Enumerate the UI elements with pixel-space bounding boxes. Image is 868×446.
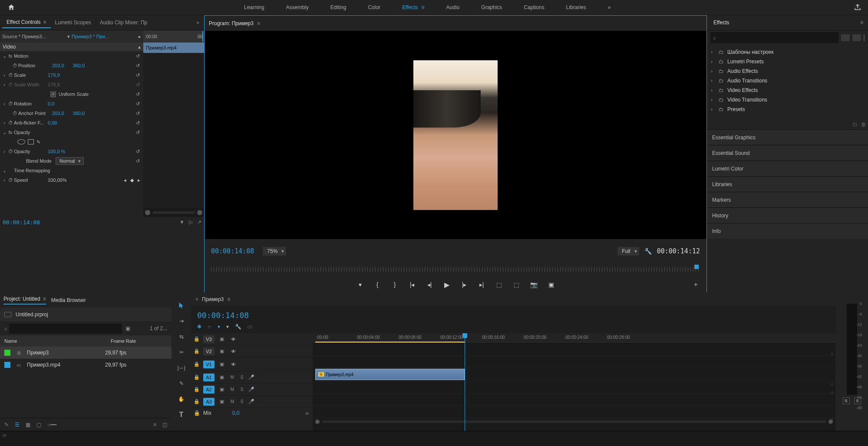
reset-icon[interactable]: ↺ [134,72,142,78]
reset-icon[interactable]: ↺ [134,63,142,69]
play-button[interactable]: ▶ [443,281,451,289]
lock-icon[interactable]: 🔒 [194,361,200,367]
stopwatch-icon[interactable]: ⏱ [11,63,18,68]
track-v3-content[interactable] [313,344,835,356]
overflow-icon[interactable]: » [194,20,202,26]
stopwatch-icon[interactable]: ⏱ [7,149,14,154]
lift-button[interactable]: ⬚ [495,281,503,288]
reset-icon[interactable]: ↺ [134,111,142,116]
keyframe-nav[interactable]: ◂◆▸ [122,177,142,183]
filter-icon[interactable]: ▼ [179,219,185,225]
effects-folder[interactable]: ›🗀Audio Transitions [709,76,866,85]
caption-track-icon[interactable]: cc [248,324,253,330]
source-sequence[interactable]: Пример3 * При... [67,34,109,39]
program-timecode[interactable]: 00:00:14:08 [211,247,254,255]
extract-button[interactable]: ⬚ [512,281,520,288]
track-v3[interactable]: 🔒V3▣👁 [191,333,313,345]
v-knob[interactable]: ○ [831,381,834,387]
track-a3-content[interactable] [313,406,835,418]
lock-icon[interactable]: 🔒 [194,410,200,416]
step-back-button[interactable]: ◂| [426,281,433,288]
solo-button[interactable]: S [239,399,245,404]
ripple-edit-tool[interactable]: ⇆ [177,332,186,341]
tab-project[interactable]: Project: Untitled≡ [3,296,46,305]
effcon-scrollbar[interactable] [143,208,204,217]
settings-icon[interactable]: 🔧 [235,324,241,330]
mix-track[interactable]: 🔒Mix0,0⪧ [191,408,313,418]
marker-icon[interactable]: ▾ [226,324,229,330]
hand-tool[interactable]: ✋ [177,395,186,403]
freeform-view-icon[interactable]: ▢ [36,422,41,428]
comparison-button[interactable]: ▣ [547,281,555,288]
effects-folder[interactable]: ›🗀Lumetri Presets [709,57,866,66]
ws-graphics[interactable]: Graphics [470,1,513,14]
motion-effect[interactable]: ⌄fx Motion ↺ [0,51,143,61]
slip-tool[interactable]: |↔| [177,364,186,372]
panel-history[interactable]: History [707,207,868,223]
selection-tool[interactable] [177,301,186,310]
effcon-mini-ruler[interactable]: :00:00 00 [143,30,204,43]
pen-tool[interactable]: ✎ [177,379,186,388]
sort-icon[interactable]: ≡ [153,422,156,428]
step-forward-button[interactable]: |▸ [460,281,468,288]
add-marker-button[interactable]: ▾ [356,281,364,288]
expand-icon[interactable]: ⪧ [305,410,310,416]
project-search-input[interactable] [9,324,122,334]
panel-essential-sound[interactable]: Essential Sound [707,145,868,161]
effects-folder[interactable]: ›🗀Presets [709,105,866,114]
panel-markers[interactable]: Markers [707,192,868,207]
effects-folder[interactable]: ›🗀Video Transitions [709,95,866,105]
reset-icon[interactable]: ↺ [134,92,142,97]
reset-icon[interactable]: ↺ [134,149,142,154]
sync-icon[interactable]: ⟳ [3,433,7,439]
sync-lock-icon[interactable]: ▣ [218,336,226,342]
ws-learning[interactable]: Learning [233,1,275,14]
panel-lumetri-color[interactable]: Lumetri Color [707,161,868,176]
opacity-effect[interactable]: ⌄fx Opacity ↺ [0,128,143,137]
ws-audio[interactable]: Audio [436,1,471,14]
uniform-scale-checkbox[interactable]: ✓ [50,92,56,97]
eye-icon[interactable]: 👁 [229,362,237,367]
play-only-icon[interactable]: ▸ [139,34,141,39]
stopwatch-icon[interactable]: ⏱ [11,111,18,116]
timeline-ruler[interactable]: :00:00 00:00:04:00 00:00:08:00 00:00:12:… [313,333,835,344]
track-v1[interactable]: 🔒V1▣👁 [191,357,313,371]
lock-icon[interactable]: 🔒 [194,387,200,392]
panel-menu-icon[interactable]: ≡ [858,20,866,26]
project-item-clip[interactable]: ▭ Пример3.mp4 29,97 fps [0,359,172,371]
blend-mode-select[interactable]: Normal [56,157,84,165]
time-remapping-effect[interactable]: ⌄ Time Remapping [0,166,143,175]
ellipse-mask-icon[interactable] [17,139,25,144]
tab-lumetri-scopes[interactable]: Lumetri Scopes [51,17,96,28]
track-a3[interactable]: 🔒A3▣MS🎤 [191,396,313,408]
home-icon[interactable] [7,3,16,12]
voice-over-icon[interactable]: 🎤 [248,399,254,404]
zoom-select[interactable]: 75% [263,247,286,256]
track-v2[interactable]: 🔒V2▣👁 [191,345,313,357]
voice-over-icon[interactable]: 🎤 [248,387,254,392]
track-select-tool[interactable]: ⇥ [177,317,186,325]
rect-mask-icon[interactable] [28,139,34,144]
mute-button[interactable]: M [229,399,235,404]
mute-button[interactable]: M [229,375,235,380]
effects-folder[interactable]: ›🗀Шаблоны настроек [709,47,866,57]
track-a2[interactable]: 🔒A2▣MS🎤 [191,384,313,396]
pencil-icon[interactable]: ✎ [4,422,9,428]
lock-icon[interactable]: 🔒 [194,348,200,354]
linked-selection-icon[interactable]: ∩ [208,324,211,330]
sync-lock-icon[interactable]: ▣ [218,399,226,404]
mark-in-button[interactable]: { [373,281,381,288]
ws-captions[interactable]: Captions [513,1,555,14]
effects-folder[interactable]: ›🗀Video Effects [709,85,866,95]
export-frame-button[interactable]: 📷 [530,281,538,288]
reset-icon[interactable]: ↺ [134,53,142,59]
effects-folder[interactable]: ›🗀Audio Effects [709,66,866,76]
ws-assembly[interactable]: Assembly [275,1,320,14]
delete-icon[interactable]: 🗑 [861,121,866,128]
solo-button[interactable]: S [239,387,245,392]
track-v2-content[interactable] [313,356,835,368]
auto-sequence-icon[interactable]: ◫ [162,422,167,428]
icon-view-icon[interactable]: ▦ [26,422,30,428]
tab-media-browser[interactable]: Media Browser [51,297,86,303]
lock-icon[interactable]: 🔒 [194,374,200,380]
